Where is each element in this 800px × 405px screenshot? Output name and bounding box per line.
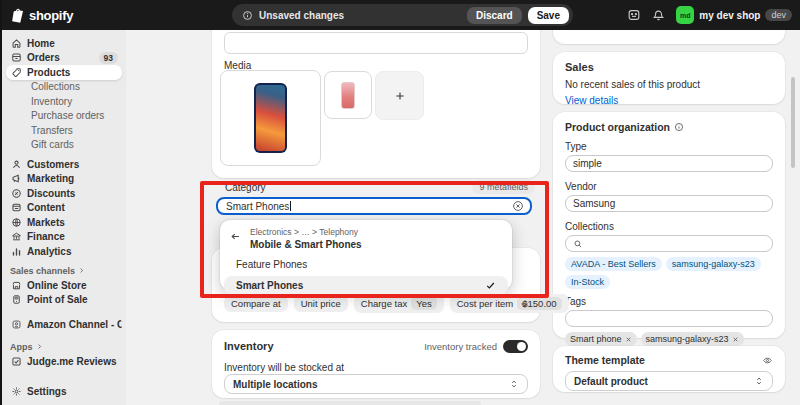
sales-title: Sales (565, 61, 773, 73)
finance-bank-icon (10, 231, 22, 242)
markets-globe-icon (10, 217, 22, 228)
product-organization-card: Product organization Type simple Vendor … (553, 112, 785, 338)
metafields-badge[interactable]: 9 metafields (472, 180, 535, 194)
collection-pill[interactable]: samsung-galaxy-s23 (666, 257, 761, 271)
collections-pills: AVADA - Best Sellers samsung-galaxy-s23 … (565, 257, 773, 289)
view-details-link[interactable]: View details (565, 95, 773, 106)
tags-label: Tags (565, 296, 773, 307)
clear-input-icon[interactable] (512, 200, 524, 212)
sidebar-item-marketing[interactable]: Marketing (6, 172, 122, 187)
sales-channels-header[interactable]: Sales channels (10, 264, 118, 279)
analytics-bars-icon (10, 246, 22, 257)
sidebar-item-markets[interactable]: Markets (6, 215, 122, 230)
judgeme-app-icon (10, 356, 22, 367)
home-icon (10, 38, 22, 49)
select-updown-icon (754, 376, 764, 386)
theme-template-select[interactable]: Default product (565, 371, 773, 391)
theme-template-header: Theme template (565, 354, 773, 366)
info-icon (242, 10, 253, 21)
shop-name: my dev shop (699, 10, 760, 21)
category-option-smart-phones[interactable]: Smart Phones (224, 276, 508, 295)
chevron-down-icon[interactable] (519, 299, 530, 310)
theme-template-title: Theme template (565, 354, 645, 366)
inventory-tracked-label: Inventory tracked (424, 341, 497, 352)
inventory-tracked-toggle[interactable] (503, 340, 528, 353)
charge-tax-pill[interactable]: Charge taxYes (354, 294, 444, 313)
sidebar-item-purchase-orders[interactable]: Purchase orders (6, 109, 122, 124)
vendor-input[interactable]: Samsung (565, 195, 773, 212)
sidebar-item-online-store[interactable]: Online Store (6, 278, 122, 293)
tags-input[interactable] (565, 310, 773, 327)
unsaved-changes-text: Unsaved changes (259, 10, 461, 21)
pricing-summary-row: Compare at Unit price Charge taxYes Cost… (224, 294, 569, 313)
sidebar-item-point-of-sale[interactable]: Point of Sale (6, 293, 122, 308)
collection-pill[interactable]: In-Stock (565, 275, 610, 289)
point-of-sale-icon (10, 294, 22, 305)
orders-icon (10, 52, 22, 63)
eye-icon[interactable] (762, 355, 773, 366)
text-caret (290, 201, 291, 211)
avatar: md (676, 6, 694, 24)
sidebar-item-amazon-channel[interactable]: Amazon Channel - CED (6, 317, 122, 332)
chevron-right-icon (78, 267, 85, 274)
product-photo-phone-small (341, 82, 355, 109)
search-icon (573, 239, 583, 249)
sidebar-item-discounts[interactable]: Discounts (6, 186, 122, 201)
sidebar-item-finance[interactable]: Finance (6, 230, 122, 245)
category-dropdown: Electronics > … > Telephony Mobile & Sma… (220, 220, 512, 290)
category-option-feature-phones[interactable]: Feature Phones (224, 255, 508, 274)
inventory-tracked-control: Inventory tracked (424, 340, 528, 353)
tag-pill[interactable]: Smart phone (565, 332, 637, 346)
media-thumbnail-primary[interactable] (220, 70, 321, 166)
unit-price-pill[interactable]: Unit price (294, 295, 348, 312)
online-store-icon (10, 280, 22, 291)
apps-header[interactable]: Apps (10, 340, 118, 355)
collections-search-input[interactable] (565, 235, 773, 252)
sidebar-item-judgeme-reviews[interactable]: Judge.me Reviews (6, 354, 122, 369)
save-button[interactable]: Save (528, 7, 569, 24)
type-input[interactable]: simple (565, 155, 773, 172)
chevron-right-icon (36, 343, 43, 350)
shopify-logo[interactable]: shopify (10, 0, 73, 30)
sidebar-item-home[interactable]: Home (6, 36, 122, 51)
inventory-card: Inventory Inventory tracked Inventory wi… (212, 330, 540, 398)
amazon-channel-icon (10, 319, 22, 330)
tag-pill[interactable]: samsung-galaxy-s23 (641, 332, 744, 346)
sidebar-item-content[interactable]: Content (6, 201, 122, 216)
category-input-value: Smart Phones (226, 201, 289, 212)
inventory-location-select[interactable]: Multiple locations (224, 374, 528, 394)
add-media-button[interactable] (375, 71, 424, 120)
category-label: Category (225, 182, 266, 193)
marketing-icon (10, 173, 22, 184)
sidebar-item-orders[interactable]: Orders 93 (6, 51, 122, 66)
compare-at-pill[interactable]: Compare at (224, 295, 288, 312)
top-bar: shopify Unsaved changes Discard Save md … (0, 0, 800, 30)
back-arrow-icon[interactable] (230, 231, 241, 242)
store-preview-icon[interactable] (627, 8, 641, 22)
account-menu[interactable]: md my dev shop dev (676, 6, 792, 24)
sidebar-item-transfers[interactable]: Transfers (6, 123, 122, 138)
info-icon[interactable] (674, 122, 684, 132)
category-search-input[interactable]: Smart Phones (216, 197, 532, 215)
sidebar-item-collections[interactable]: Collections (6, 80, 122, 95)
category-breadcrumb-row[interactable]: Electronics > … > Telephony Mobile & Sma… (220, 225, 512, 253)
collection-pill[interactable]: AVADA - Best Sellers (565, 257, 662, 271)
discard-button[interactable]: Discard (467, 7, 522, 24)
remove-tag-icon[interactable] (732, 336, 739, 343)
sidebar-item-products[interactable]: Products (6, 65, 122, 80)
sidebar-item-analytics[interactable]: Analytics (6, 244, 122, 259)
media-thumbnail-secondary[interactable] (324, 71, 372, 119)
description-field[interactable] (224, 32, 528, 54)
type-label: Type (565, 141, 773, 152)
notifications-bell-icon[interactable] (652, 9, 665, 22)
sidebar-item-customers[interactable]: Customers (6, 157, 122, 172)
settings-gear-icon (10, 386, 22, 397)
sidebar-item-settings[interactable]: Settings (6, 385, 122, 400)
remove-tag-icon[interactable] (625, 336, 632, 343)
dev-badge: dev (765, 9, 792, 21)
page-scrollbar[interactable] (791, 77, 795, 168)
sidebar-item-gift-cards[interactable]: Gift cards (6, 138, 122, 153)
sales-card: Sales No recent sales of this product Vi… (553, 52, 785, 104)
cost-per-item-pill[interactable]: Cost per item$150.00 (450, 294, 569, 313)
sidebar-item-inventory[interactable]: Inventory (6, 94, 122, 109)
